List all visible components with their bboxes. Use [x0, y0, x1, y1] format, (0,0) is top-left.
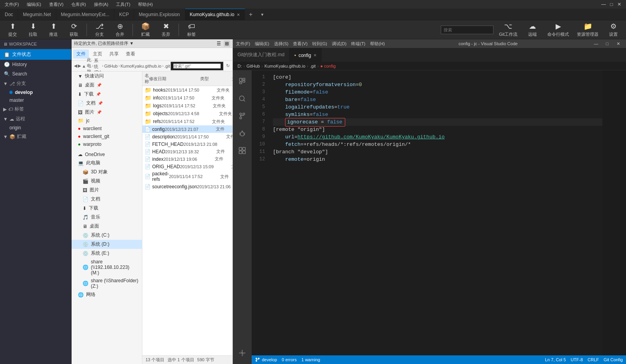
qa-drive-c[interactable]: 💿 系统 (C:) — [72, 231, 142, 240]
bc-back-btn[interactable]: ◀ — [74, 62, 77, 70]
vs-minimize-btn[interactable]: — — [591, 40, 601, 47]
tab-doc[interactable]: Doc — [0, 9, 18, 20]
qa-desk2[interactable]: 🖥 桌面 — [72, 222, 142, 231]
file-row-refs[interactable]: 📁 refs 2019/11/14 17:52 文件夹 — [142, 118, 232, 125]
tab-add-btn[interactable]: + — [245, 11, 256, 18]
qa-share-z[interactable]: 🌐 share (\\SharedFolder) (Z:) — [72, 277, 142, 290]
vs-menu-terminal[interactable]: 终端(T) — [351, 41, 365, 47]
list-view-btn[interactable]: ☰ — [215, 40, 222, 47]
vs-close-btn[interactable]: ✕ — [613, 40, 623, 47]
sidebar-item-search[interactable]: 🔍 Search — [0, 69, 71, 79]
vsc-bc-github[interactable]: GitHub — [247, 64, 260, 68]
sidebar-branch-master[interactable]: master — [0, 96, 71, 104]
section-stash[interactable]: ▼ 📦 贮藏 — [0, 132, 71, 142]
toolbar-remote[interactable]: ☁ 远端 — [523, 21, 542, 39]
file-row-objects[interactable]: 📁 objects 2019/12/13 4:58 文件夹 — [142, 110, 232, 118]
col-name[interactable]: 名称 — [145, 73, 149, 85]
bc-forward-btn[interactable]: ▶ — [78, 62, 81, 70]
tab-menu-btn[interactable]: ▾ — [258, 12, 267, 17]
qa-item-download[interactable]: ⬇ 下载 📌 — [72, 90, 142, 99]
qa-dl2[interactable]: ⬇ 下载 — [72, 204, 142, 213]
qa-onedrive[interactable]: ☁ OneDrive — [72, 151, 142, 158]
section-remotes[interactable]: ▼ ☁ 远程 — [0, 114, 71, 124]
maximize-btn[interactable]: □ — [608, 1, 615, 8]
toolbar-discard[interactable]: ✖ 丢弃 — [156, 21, 175, 39]
col-date[interactable]: 修改日期 — [149, 73, 200, 85]
activity-source-control[interactable] — [234, 108, 250, 124]
menu-help[interactable]: 帮助(H) — [136, 1, 154, 8]
qa-share-m[interactable]: 🌐 share (\\192.168.10.223) (M:) — [72, 258, 142, 277]
file-row-head[interactable]: 📄 HEAD 2019/12/13 18:32 文件 1 KB — [142, 148, 232, 155]
tab-megumin-memory[interactable]: Megumin.MemoryExt... — [56, 9, 114, 20]
activity-extensions[interactable] — [234, 143, 250, 158]
menu-edit[interactable]: 编辑(E) — [25, 1, 43, 8]
menu-repo[interactable]: 仓库(R) — [70, 1, 87, 8]
grid-view-btn[interactable]: ⊞ — [224, 40, 230, 47]
menu-action[interactable]: 操作(A) — [92, 1, 110, 8]
toolbar-search-input[interactable] — [444, 28, 491, 32]
qa-drive-d[interactable]: 💿 系统 (D:) — [72, 240, 142, 249]
section-tags[interactable]: ▶ 🏷 标签 — [0, 104, 71, 114]
qa-item-pictures[interactable]: 🖼 图片 📌 — [72, 108, 142, 117]
activity-explorer[interactable] — [234, 74, 250, 89]
minimize-btn[interactable]: — — [600, 1, 607, 8]
menu-tools[interactable]: 工具(T) — [114, 1, 132, 8]
activity-search[interactable] — [234, 91, 250, 107]
ribbon-tab-share[interactable]: 共享 — [106, 50, 122, 59]
vsc-bc-d[interactable]: D: — [238, 64, 242, 68]
toolbar-commit[interactable]: ⬆ 提交 — [3, 21, 22, 39]
vs-menu-debug[interactable]: 调试(D) — [332, 41, 346, 47]
qa-item-desktop[interactable]: 🖥 桌面 📌 — [72, 81, 142, 90]
qa-item-warclient[interactable]: ● warclient — [72, 125, 142, 132]
qa-drive-e[interactable]: 💿 系统 (E:) — [72, 249, 142, 258]
qa-video[interactable]: 🎬 视频 — [72, 176, 142, 186]
file-row-config[interactable]: 📄 config 2019/12/13 21:07 文件 1 KB — [142, 125, 232, 133]
tab-kcp[interactable]: KCP — [114, 9, 134, 20]
qa-item-jc[interactable]: 📁 jc — [72, 117, 142, 125]
code-area[interactable]: [core] repositoryformatversion = 0 filem… — [268, 70, 602, 355]
bc-up-btn[interactable]: ▲ — [82, 62, 86, 70]
menu-view[interactable]: 查看(V) — [48, 1, 65, 8]
toolbar-gitflow[interactable]: ⌥ Git工作流 — [497, 21, 520, 39]
vs-menu-view[interactable]: 查看(V) — [293, 41, 307, 47]
vs-menu-goto[interactable]: 转到(G) — [312, 41, 327, 47]
file-row-hooks[interactable]: 📁 hooks 2019/11/14 17:50 文件夹 — [142, 86, 232, 94]
toolbar-merge[interactable]: ⊕ 合并 — [110, 21, 129, 39]
qa-docs2[interactable]: 📄 文档 — [72, 195, 142, 204]
statusbar-errors[interactable]: 0 errors — [282, 357, 297, 362]
vsc-bc-config[interactable]: ● config — [320, 64, 336, 68]
toolbar-fetch[interactable]: ⟳ 获取 — [64, 21, 83, 39]
toolbar-branch[interactable]: ⎇ 分支 — [90, 21, 109, 39]
statusbar-warnings[interactable]: 1 warning — [301, 357, 320, 362]
vs-tab-config-close[interactable]: ✕ — [313, 53, 317, 57]
tab-megumin-net[interactable]: Megumin.Net — [18, 9, 56, 20]
file-row-info[interactable]: 📁 info 2019/11/14 17:50 文件夹 — [142, 94, 232, 102]
statusbar-branch[interactable]: develop — [255, 357, 277, 362]
section-branches[interactable]: ▼ ⎇ 分支 — [0, 79, 71, 88]
vsc-bc-kumokyaku[interactable]: KumoKyaku.github.io — [265, 64, 306, 68]
qa-music[interactable]: 🎵 音乐 — [72, 213, 142, 222]
col-type[interactable]: 类型 — [200, 73, 232, 85]
qa-thispc[interactable]: 💻 此电脑 — [72, 158, 142, 167]
sidebar-item-history[interactable]: 🕐 History — [0, 60, 71, 69]
col-size[interactable]: 大小 — [232, 73, 232, 85]
toolbar-explorer[interactable]: 📁 资源管理器 — [574, 21, 601, 39]
qa-item-warclient-git[interactable]: ● warclient_git — [72, 132, 142, 140]
bc-item-4[interactable]: .git — [164, 64, 170, 68]
tab-megumin-explosion[interactable]: Megumin.Explosion — [134, 9, 185, 20]
ribbon-tab-view[interactable]: 查看 — [123, 50, 138, 59]
menu-file[interactable]: 文件(F) — [3, 1, 20, 8]
activity-git[interactable] — [234, 345, 250, 361]
qa-3d[interactable]: 📦 3D 对象 — [72, 167, 142, 176]
toolbar-settings[interactable]: ⚙ 设置 — [604, 21, 623, 39]
activity-debug[interactable] — [234, 125, 250, 141]
statusbar-encoding[interactable]: UTF-8 — [571, 357, 583, 362]
qa-quickaccess-header[interactable]: ▼ 快速访问 — [72, 72, 142, 81]
close-btn[interactable]: ✕ — [616, 1, 623, 8]
file-row-index[interactable]: 📄 index 2019/12/13 19:06 文件 17 KB — [142, 155, 232, 163]
tab-kumokyaku[interactable]: KumoKyaku.github.io ✕ — [185, 9, 245, 20]
explorer-search-input[interactable] — [173, 64, 221, 68]
file-row-packed-refs[interactable]: 📄 packed-refs 2019/11/14 17:52 文件 1 KB — [142, 170, 232, 183]
qa-item-warproto[interactable]: ● warproto — [72, 140, 142, 148]
toolbar-pull[interactable]: ⬇ 拉取 — [24, 21, 42, 39]
